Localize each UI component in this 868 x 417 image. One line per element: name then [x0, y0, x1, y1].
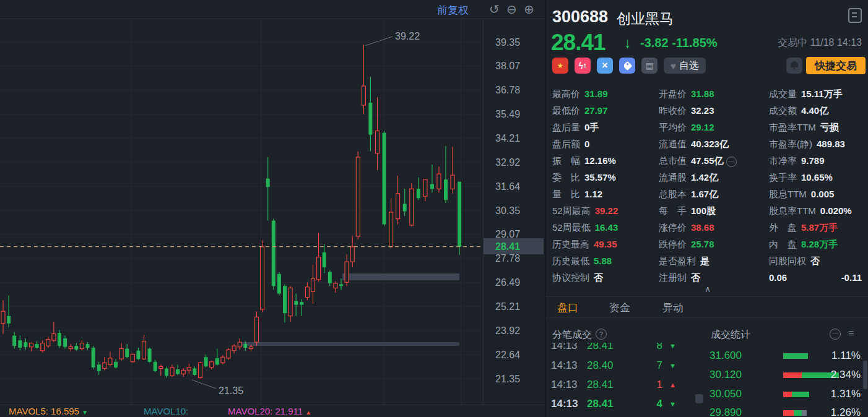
candle-up [396, 194, 400, 219]
stat-row: 流通值40.323亿 [659, 135, 766, 152]
stat-row: 每 手100股 [659, 202, 766, 219]
notes-icon[interactable]: ▤ [641, 58, 658, 74]
stat-row: 流通股1.42亿 [659, 169, 766, 186]
candle-down [176, 369, 180, 374]
svg-text:30.35: 30.35 [495, 205, 520, 216]
tab-order-book[interactable]: 盘口 [557, 301, 578, 315]
stat-row: 52周最高39.22 [552, 202, 656, 219]
stat-row: 历史最高49.35 [552, 236, 656, 252]
stat-row: 成交额4.40亿 [769, 102, 862, 119]
candle-down [24, 342, 27, 347]
stat-row: 平均价29.12 [659, 119, 766, 135]
news-icon[interactable] [848, 8, 862, 23]
stat-row: 涨停价38.68 [659, 219, 766, 236]
concept-tag-icon[interactable] [619, 58, 635, 74]
trade-stats-list[interactable]: 31.600 1.11% 30.120 2.34% 30.050 1.31% 2… [545, 346, 868, 417]
stat-row: 盘后量0手 [552, 119, 656, 135]
candle-up [451, 175, 454, 189]
tab-funds[interactable]: 资金 [609, 301, 630, 315]
candle-up [181, 370, 185, 374]
svg-text:21.35: 21.35 [495, 374, 520, 384]
candle-down [58, 333, 61, 346]
candle-down [383, 133, 386, 225]
candle-up [119, 349, 123, 359]
stat-row: 市净率9.789 [769, 152, 862, 169]
candle-up [41, 343, 45, 351]
svg-text:23.92: 23.92 [495, 325, 520, 336]
stat-row: 股息TTM0.005 [769, 186, 862, 202]
watchlist-label: 自选 [679, 59, 699, 72]
quick-trade-button[interactable]: 快捷交易 [806, 57, 866, 74]
candle-up [187, 368, 191, 371]
collapse-stats-button[interactable]: ∧ [546, 283, 868, 294]
last-price: 28.41 [551, 30, 605, 56]
svg-text:28.41: 28.41 [495, 241, 520, 252]
help-icon[interactable]: ? [596, 329, 607, 340]
candle-up [249, 347, 253, 349]
candlestick-chart[interactable]: 39.2221.3539.3538.0736.7835.4934.2132.92… [0, 0, 545, 417]
chart-panel: 前复权 ↺ ⊖ ⊕ 39.2221.3539.3538.0736.7835.49… [0, 0, 545, 417]
candle-down [283, 286, 287, 313]
margin-trading-icon[interactable]: × [597, 58, 613, 74]
candle-down [74, 346, 78, 350]
stat-row: 52周最低16.43 [552, 219, 656, 236]
tick-list-scrollbar[interactable] [695, 394, 703, 403]
candle-up [80, 343, 84, 349]
candle-up [170, 368, 174, 376]
svg-text:29.07: 29.07 [495, 229, 520, 239]
dist-row[interactable]: 31.600 1.11% [545, 349, 868, 363]
dist-row[interactable]: 29.890 1.26% [545, 406, 868, 417]
mavol-legend: MAVOL5: 16.595 ▼ MAVOL10: MAVOL20: 21.91… [0, 406, 545, 417]
dist-row[interactable]: 30.050 1.31% [545, 387, 868, 401]
more-info-icon[interactable]: ⋯ [726, 157, 737, 167]
stat-row: 总市值47.55亿⋯ [659, 152, 766, 169]
candle-down [63, 338, 67, 347]
candle-down [403, 204, 407, 211]
candle-up [389, 212, 393, 247]
candle-up [356, 157, 360, 236]
candle-down [125, 349, 129, 358]
candle-up [69, 347, 72, 349]
stat-row: 最高价31.89 [552, 85, 656, 102]
stat-row: 同股同权否 [769, 252, 862, 269]
price-change: -3.82 -11.85% [640, 36, 718, 50]
mavol10-label: MAVOL10: [144, 406, 188, 416]
candle-down [215, 358, 219, 365]
low-annotation: 21.35 [219, 385, 243, 396]
stat-row: 是否盈利是 [659, 252, 766, 269]
candle-down [430, 184, 434, 189]
tab-bar: 盘口 资金 异动 [546, 296, 868, 318]
level1-quotes-icon[interactable]: ϟ1 [575, 58, 591, 74]
stat-row: 成交量15.11万手 [769, 85, 862, 102]
down-triangle-icon: ▼ [82, 409, 88, 416]
dist-row[interactable]: 30.120 2.34% [545, 368, 868, 382]
alert-bell-button[interactable] [786, 58, 802, 74]
tab-movements[interactable]: 异动 [662, 301, 684, 315]
stat-row: 跌停价25.78 [659, 236, 766, 252]
candle-up [103, 363, 106, 368]
cn-market-flag-icon[interactable]: ★ [552, 58, 568, 74]
sub-header-row: 分笔成交 ? 成交统计 ⋯ ≡ [546, 327, 868, 343]
svg-text:34.21: 34.21 [495, 133, 520, 144]
stock-code: 300688 [552, 7, 608, 27]
add-watchlist-button[interactable]: ♥ 自选 [664, 58, 706, 74]
more-options-icon[interactable]: ⋯ [830, 329, 841, 340]
candle-up [227, 350, 230, 358]
stat-row: 昨收价32.23 [659, 102, 766, 119]
vertical-scrollbar[interactable] [863, 361, 867, 389]
stat-row: 市盈率TTM亏损 [769, 119, 862, 135]
candle-down [86, 344, 90, 348]
candle-up [317, 257, 321, 280]
list-view-icon[interactable]: ≡ [848, 328, 854, 339]
bell-icon [791, 61, 798, 67]
candle-down [12, 336, 16, 346]
candle-down [323, 252, 326, 267]
stats-column-2: 开盘价31.88昨收价32.23平均价29.12流通值40.323亿总市值47.… [659, 85, 766, 286]
candle-down [272, 221, 276, 286]
cost-band [342, 273, 459, 280]
candle-down [35, 344, 39, 348]
svg-text:38.07: 38.07 [495, 61, 520, 71]
stat-row: 市盈率(静)489.83 [769, 135, 862, 152]
candle-up [159, 366, 163, 368]
candle-down [97, 364, 101, 371]
